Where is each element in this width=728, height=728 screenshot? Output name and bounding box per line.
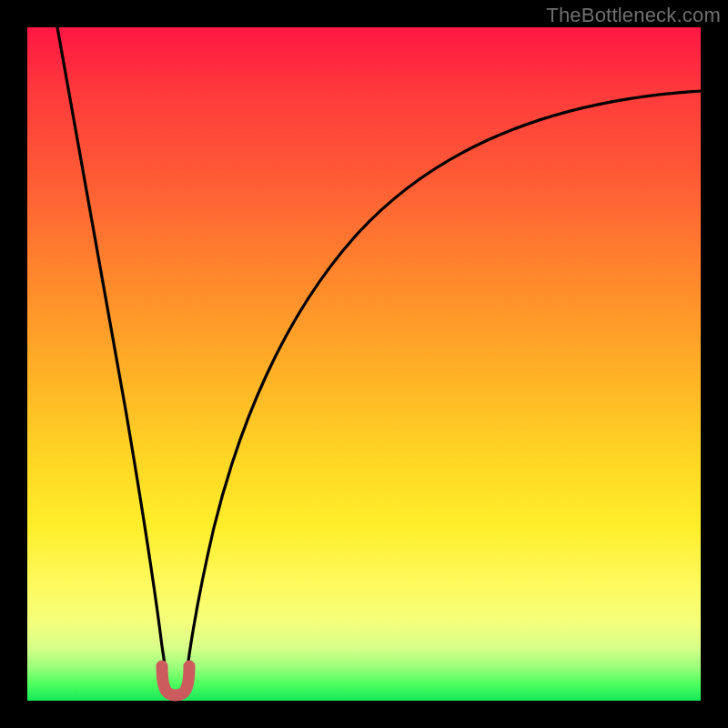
watermark-text: TheBottleneck.com: [546, 4, 721, 27]
curve-right-branch: [186, 91, 701, 684]
chart-frame: TheBottleneck.com: [0, 0, 728, 728]
curve-left-branch: [57, 27, 167, 684]
bottleneck-curve: [27, 27, 701, 701]
plot-area: [27, 27, 701, 701]
minimum-marker: [162, 666, 189, 695]
